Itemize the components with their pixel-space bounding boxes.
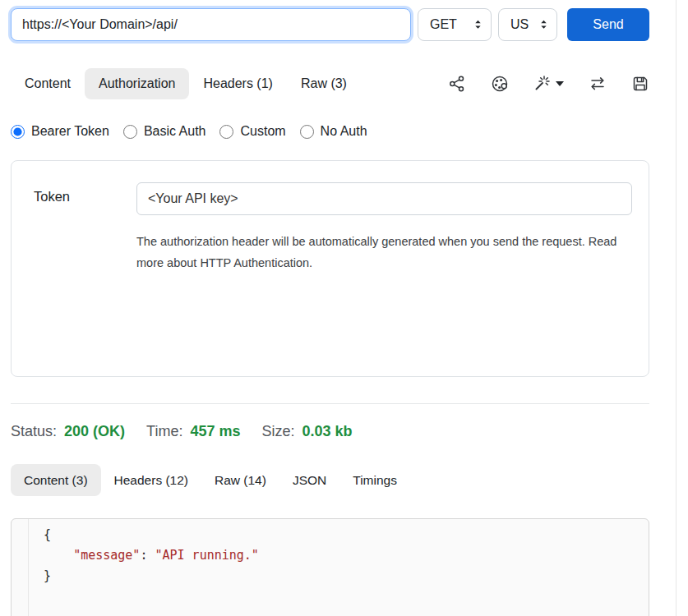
token-label: Token <box>34 189 70 205</box>
response-tabs-row: Content (3) Headers (12) Raw (14) JSON T… <box>11 464 649 496</box>
json-value: "API running." <box>155 548 258 563</box>
method-select-value: GET <box>430 17 457 32</box>
method-select[interactable]: GET <box>418 8 492 41</box>
size-value: 0.03 kb <box>302 423 353 440</box>
palette-icon <box>491 75 509 93</box>
response-status-row: Status: 200 (OK) Time: 457 ms Size: 0.03… <box>11 423 649 440</box>
radio-basic-auth[interactable] <box>123 125 137 139</box>
json-indent <box>44 548 73 563</box>
auth-option-label: Custom <box>240 124 285 139</box>
auth-help-text: The authorization header will be automat… <box>136 232 623 274</box>
response-body-box: { "message": "API running."} <box>11 518 649 616</box>
region-select[interactable]: US <box>498 8 557 41</box>
tab-authorization[interactable]: Authorization <box>85 68 189 99</box>
auth-option-label: Basic Auth <box>144 124 206 139</box>
tab-headers[interactable]: Headers (1) <box>189 68 286 99</box>
updown-icon <box>539 19 548 30</box>
swap-icon <box>589 75 607 93</box>
generate-code-button[interactable] <box>533 75 564 93</box>
share-button[interactable] <box>448 75 466 93</box>
chevron-down-icon <box>556 81 564 86</box>
time-value: 457 ms <box>190 423 240 440</box>
radio-bearer-token[interactable] <box>11 125 25 139</box>
api-client-page: GET US Send Content Authorization Header… <box>0 0 649 616</box>
updown-icon <box>473 19 483 30</box>
response-body: { "message": "API running."} <box>29 519 259 616</box>
theme-button[interactable] <box>491 75 509 93</box>
auth-option-basic-auth[interactable]: Basic Auth <box>123 124 206 139</box>
share-icon <box>448 75 466 93</box>
size-label: Size: <box>261 423 294 440</box>
auth-option-custom[interactable]: Custom <box>219 124 285 139</box>
json-open-brace: { <box>44 527 51 542</box>
json-key: "message" <box>73 548 140 563</box>
json-close-brace: } <box>44 568 51 583</box>
response-tab-json[interactable]: JSON <box>279 464 339 496</box>
tab-content[interactable]: Content <box>11 68 85 99</box>
auth-option-label: No Auth <box>321 124 367 139</box>
save-button[interactable] <box>631 75 649 93</box>
url-input[interactable] <box>11 8 411 41</box>
size-stat: Size: 0.03 kb <box>261 423 352 440</box>
token-input[interactable] <box>136 182 632 215</box>
response-tab-raw[interactable]: Raw (14) <box>201 464 279 496</box>
status-value: 200 (OK) <box>64 423 125 440</box>
response-tab-content[interactable]: Content (3) <box>11 464 101 496</box>
auth-option-no-auth[interactable]: No Auth <box>300 124 367 139</box>
section-divider <box>11 403 649 404</box>
response-tab-headers[interactable]: Headers (12) <box>101 464 201 496</box>
send-button[interactable]: Send <box>567 8 649 41</box>
save-icon <box>631 75 649 93</box>
request-tabs-row: Content Authorization Headers (1) Raw (3… <box>11 68 649 99</box>
auth-option-label: Bearer Token <box>31 124 109 139</box>
region-select-value: US <box>510 17 529 32</box>
request-bar: GET US Send <box>11 8 649 41</box>
code-gutter <box>12 519 29 616</box>
json-separator: : <box>140 548 155 563</box>
time-label: Time: <box>146 423 182 440</box>
request-toolbar <box>448 75 649 93</box>
auth-options: Bearer Token Basic Auth Custom No Auth <box>11 124 649 139</box>
time-stat: Time: 457 ms <box>146 423 240 440</box>
convert-button[interactable] <box>589 75 607 93</box>
auth-option-bearer-token[interactable]: Bearer Token <box>11 124 109 139</box>
status-stat: Status: 200 (OK) <box>11 423 125 440</box>
radio-no-auth[interactable] <box>300 125 314 139</box>
response-tab-timings[interactable]: Timings <box>339 464 410 496</box>
column-divider <box>676 0 676 616</box>
status-label: Status: <box>11 423 57 440</box>
auth-panel: Token The authorization header will be a… <box>11 160 649 377</box>
wand-icon <box>533 75 552 93</box>
tab-raw[interactable]: Raw (3) <box>287 68 361 99</box>
radio-custom[interactable] <box>219 125 233 139</box>
